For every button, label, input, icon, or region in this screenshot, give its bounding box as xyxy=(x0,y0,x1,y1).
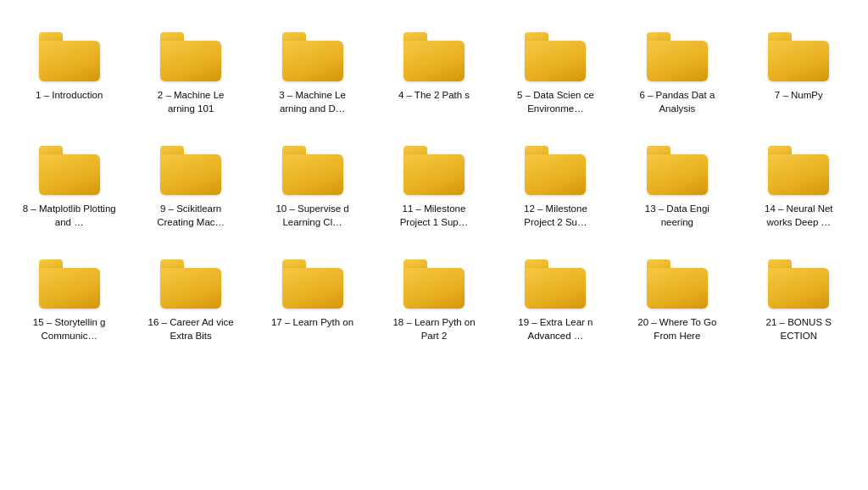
folder-icon-9 xyxy=(160,146,221,195)
folder-item-1[interactable]: 1 – Introduction xyxy=(8,17,130,131)
folder-label-8: 8 – Matplotlib Plotting and … xyxy=(23,202,116,229)
folder-icon-1 xyxy=(39,32,100,81)
folder-label-20: 20 – Where To Go From Here xyxy=(631,315,724,342)
folder-icon-17 xyxy=(282,259,343,309)
folder-icon-3 xyxy=(282,32,343,81)
folder-label-18: 18 – Learn Pyth on Part 2 xyxy=(387,315,481,342)
folder-icon-20 xyxy=(647,259,708,309)
folder-icon-15 xyxy=(39,259,100,309)
folder-label-7: 7 – NumPy xyxy=(775,88,823,102)
folder-item-5[interactable]: 5 – Data Scien ce Environme… xyxy=(495,17,616,131)
folder-icon-8 xyxy=(39,146,100,195)
folder-item-10[interactable]: 10 – Supervise d Learning Cl… xyxy=(252,131,373,244)
folder-item-9[interactable]: 9 – Scikitlearn Creating Mac… xyxy=(130,131,251,244)
folder-label-1: 1 – Introduction xyxy=(36,88,103,102)
folder-item-17[interactable]: 17 – Learn Pyth on xyxy=(252,244,373,358)
folder-icon-19 xyxy=(525,259,586,309)
folder-item-20[interactable]: 20 – Where To Go From Here xyxy=(616,244,737,358)
folder-icon-10 xyxy=(282,146,343,195)
folder-item-14[interactable]: 14 – Neural Net works Deep … xyxy=(738,131,860,244)
folder-icon-7 xyxy=(768,32,829,81)
folder-item-3[interactable]: 3 – Machine Le arning and D… xyxy=(252,17,373,131)
folder-icon-12 xyxy=(525,146,586,195)
folder-item-16[interactable]: 16 – Career Ad vice Extra Bits xyxy=(130,244,251,358)
folder-icon-2 xyxy=(160,32,221,81)
folder-label-5: 5 – Data Scien ce Environme… xyxy=(509,88,602,115)
folder-label-9: 9 – Scikitlearn Creating Mac… xyxy=(144,202,237,229)
folder-label-10: 10 – Supervise d Learning Cl… xyxy=(266,202,359,229)
folder-icon-18 xyxy=(403,259,465,309)
folder-label-2: 2 – Machine Le arning 101 xyxy=(144,88,237,115)
folder-label-15: 15 – Storytellin g Communic… xyxy=(23,315,116,342)
folder-label-13: 13 – Data Engi neering xyxy=(631,202,724,229)
folder-icon-14 xyxy=(768,146,829,195)
folder-item-13[interactable]: 13 – Data Engi neering xyxy=(616,131,737,244)
folder-item-19[interactable]: 19 – Extra Lear n Advanced … xyxy=(495,244,616,358)
folder-icon-13 xyxy=(647,146,708,195)
folder-label-11: 11 – Milestone Project 1 Sup… xyxy=(387,202,481,229)
folder-item-11[interactable]: 11 – Milestone Project 1 Sup… xyxy=(373,131,494,244)
folder-icon-5 xyxy=(525,32,586,81)
folder-item-21[interactable]: 21 – BONUS S ECTION xyxy=(738,244,860,358)
folder-label-19: 19 – Extra Lear n Advanced … xyxy=(509,315,602,342)
folder-label-21: 21 – BONUS S ECTION xyxy=(752,315,845,342)
folder-label-12: 12 – Milestone Project 2 Su… xyxy=(509,202,602,229)
folder-item-6[interactable]: 6 – Pandas Dat a Analysis xyxy=(616,17,737,131)
folder-item-7[interactable]: 7 – NumPy xyxy=(738,17,860,131)
folder-icon-6 xyxy=(647,32,708,81)
folder-label-17: 17 – Learn Pyth on xyxy=(271,315,353,329)
folder-icon-4 xyxy=(403,32,465,81)
folder-item-2[interactable]: 2 – Machine Le arning 101 xyxy=(130,17,251,131)
folder-icon-16 xyxy=(160,259,221,309)
folder-item-12[interactable]: 12 – Milestone Project 2 Su… xyxy=(495,131,616,244)
folder-label-16: 16 – Career Ad vice Extra Bits xyxy=(144,315,237,342)
folder-label-14: 14 – Neural Net works Deep … xyxy=(752,202,845,229)
folder-item-8[interactable]: 8 – Matplotlib Plotting and … xyxy=(8,131,130,244)
folder-label-3: 3 – Machine Le arning and D… xyxy=(266,88,359,115)
folder-icon-21 xyxy=(768,259,829,309)
folder-item-4[interactable]: 4 – The 2 Path s xyxy=(373,17,494,131)
folder-icon-11 xyxy=(403,146,465,195)
folder-item-18[interactable]: 18 – Learn Pyth on Part 2 xyxy=(373,244,494,358)
folder-grid: 1 – Introduction2 – Machine Le arning 10… xyxy=(0,0,868,376)
folder-label-4: 4 – The 2 Path s xyxy=(398,88,470,102)
folder-label-6: 6 – Pandas Dat a Analysis xyxy=(631,88,724,115)
folder-item-15[interactable]: 15 – Storytellin g Communic… xyxy=(8,244,130,358)
